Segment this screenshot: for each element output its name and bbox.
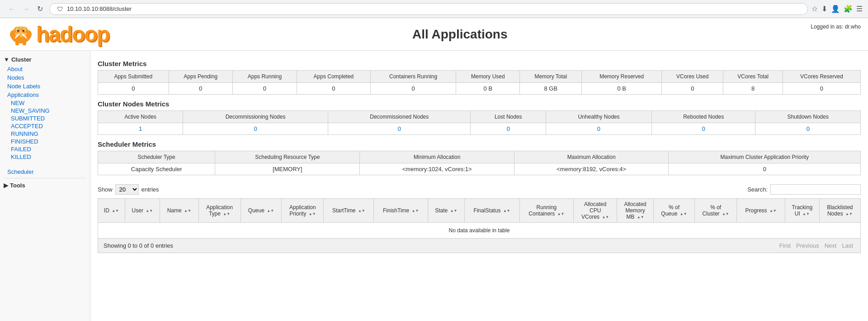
col-name: Name ▲▼ <box>160 199 198 223</box>
sort-app-priority[interactable]: ▲▼ <box>309 212 316 216</box>
col-blacklisted-nodes: BlacklistedNodes ▲▼ <box>819 199 860 223</box>
val-memory-reserved: 0 B <box>582 83 662 95</box>
sidebar-item-finished[interactable]: FINISHED <box>0 138 90 145</box>
sidebar-divider <box>4 178 86 178</box>
col-scheduling-resource-type: Scheduling Resource Type <box>215 151 360 163</box>
col-final-status: FinalStatus ▲▼ <box>464 199 519 223</box>
search-area: Search: <box>747 184 861 195</box>
first-button[interactable]: First <box>778 242 793 249</box>
sidebar-item-accepted[interactable]: ACCEPTED <box>0 122 90 130</box>
browser-chrome: ← → ↻ 🛡 10.10.10.10:8088/cluster ☆ ⬇ 👤 🧩… <box>0 0 868 18</box>
scheduler-metrics-header: Scheduler Metrics <box>98 140 861 148</box>
sort-user[interactable]: ▲▼ <box>146 209 153 213</box>
sidebar-item-nodes[interactable]: Nodes <box>0 73 90 82</box>
sort-pct-cluster[interactable]: ▲▼ <box>722 212 729 216</box>
menu-icon[interactable]: ☰ <box>856 5 863 13</box>
val-active-nodes[interactable]: 1 <box>98 123 183 135</box>
sidebar-item-failed[interactable]: FAILED <box>0 145 90 153</box>
sort-id[interactable]: ▲▼ <box>112 209 119 213</box>
sort-progress[interactable]: ▲▼ <box>769 209 777 213</box>
sort-allocated-cpu[interactable]: ▲▼ <box>602 216 609 219</box>
sidebar-item-about[interactable]: About <box>0 65 90 73</box>
val-unhealthy-nodes[interactable]: 0 <box>546 123 652 135</box>
forward-button[interactable]: → <box>20 4 33 14</box>
sort-running-containers[interactable]: ▲▼ <box>557 212 565 216</box>
cluster-nodes-metrics-table: Active Nodes Decommissioning Nodes Decom… <box>98 110 861 135</box>
sort-pct-queue[interactable]: ▲▼ <box>680 212 687 216</box>
next-button[interactable]: Next <box>823 242 839 249</box>
col-running-containers: RunningContainers ▲▼ <box>519 199 573 223</box>
col-shutdown-nodes: Shutdown Nodes <box>755 111 861 123</box>
hadoop-brand-text: hadoop <box>36 22 109 47</box>
reload-button[interactable]: ↻ <box>34 4 46 14</box>
scheduler-metrics-table: Scheduler Type Scheduling Resource Type … <box>98 151 861 175</box>
show-label: Show <box>98 186 113 193</box>
last-button[interactable]: Last <box>840 242 855 249</box>
col-rebooted-nodes: Rebooted Nodes <box>651 111 755 123</box>
sort-final-status[interactable]: ▲▼ <box>503 209 510 213</box>
sidebar-item-new[interactable]: NEW <box>0 99 90 107</box>
showing-text: Showing 0 to 0 of 0 entries <box>104 242 173 249</box>
table-footer: Showing 0 to 0 of 0 entries First Previo… <box>98 239 861 253</box>
elephant-icon <box>7 22 34 47</box>
val-scheduler-type: Capacity Scheduler <box>98 163 215 175</box>
val-decommissioned-nodes[interactable]: 0 <box>328 123 471 135</box>
sidebar-item-running[interactable]: RUNNING <box>0 130 90 138</box>
val-minimum-allocation: <memory:1024, vCores:1> <box>360 163 514 175</box>
logo-area: hadoop <box>7 22 109 47</box>
address-bar[interactable]: 🛡 10.10.10.10:8088/cluster <box>49 3 808 15</box>
col-decommissioned-nodes: Decommissioned Nodes <box>328 111 471 123</box>
col-minimum-allocation: Minimum Allocation <box>360 151 514 163</box>
col-active-nodes: Active Nodes <box>98 111 183 123</box>
val-vcores-reserved: 0 <box>783 83 860 95</box>
sort-name[interactable]: ▲▼ <box>184 209 191 213</box>
col-apps-running: Apps Running <box>232 71 297 83</box>
extensions-icon[interactable]: 🧩 <box>844 5 853 13</box>
sort-tracking-ui[interactable]: ▲▼ <box>802 212 810 216</box>
security-icon: 🛡 <box>57 5 63 13</box>
entries-select[interactable]: 10 20 25 50 100 <box>115 184 139 195</box>
sidebar-tools-header[interactable]: ▶ Tools <box>0 180 90 191</box>
sidebar-item-killed[interactable]: KILLED <box>0 153 90 161</box>
sort-state[interactable]: ▲▼ <box>450 209 458 213</box>
sort-finish-time[interactable]: ▲▼ <box>412 209 419 213</box>
col-application-type: ApplicationType ▲▼ <box>198 199 241 223</box>
svg-point-6 <box>17 30 19 32</box>
sort-app-type[interactable]: ▲▼ <box>223 212 230 216</box>
sort-blacklisted-nodes[interactable]: ▲▼ <box>845 212 853 216</box>
val-shutdown-nodes[interactable]: 0 <box>755 123 861 135</box>
sidebar-item-applications[interactable]: Applications <box>0 91 90 99</box>
back-button[interactable]: ← <box>5 4 18 14</box>
val-memory-used: 0 B <box>456 83 520 95</box>
search-input[interactable] <box>770 184 861 195</box>
sidebar-item-submitted[interactable]: SUBMITTED <box>0 115 90 122</box>
sidebar-item-scheduler[interactable]: Scheduler <box>0 168 90 176</box>
entries-label: entries <box>142 186 159 193</box>
col-finish-time: FinishTime ▲▼ <box>374 199 428 223</box>
val-rebooted-nodes[interactable]: 0 <box>651 123 755 135</box>
sort-start-time[interactable]: ▲▼ <box>358 209 365 213</box>
val-decommissioning-nodes[interactable]: 0 <box>183 123 328 135</box>
previous-button[interactable]: Previous <box>794 242 821 249</box>
svg-rect-8 <box>15 41 19 45</box>
table-controls: Show 10 20 25 50 100 entries Search: <box>98 181 861 198</box>
sidebar-cluster-header[interactable]: ▼ Cluster <box>0 54 90 65</box>
val-maximum-allocation: <memory:8192, vCores:4> <box>514 163 669 175</box>
col-maximum-allocation: Maximum Allocation <box>514 151 669 163</box>
search-label: Search: <box>747 186 768 193</box>
triangle-right-icon: ▶ <box>4 182 8 189</box>
profile-icon[interactable]: 👤 <box>831 5 840 13</box>
sort-allocated-memory[interactable]: ▲▼ <box>637 216 644 219</box>
svg-point-11 <box>26 30 32 38</box>
sidebar-item-node-labels[interactable]: Node Labels <box>0 82 90 91</box>
bookmark-icon[interactable]: ☆ <box>811 5 818 13</box>
sidebar-item-new-saving[interactable]: NEW_SAVING <box>0 107 90 115</box>
page-title: All Applications <box>109 27 811 42</box>
pocket-icon[interactable]: ⬇ <box>821 5 827 13</box>
sort-queue[interactable]: ▲▼ <box>267 209 274 213</box>
svg-rect-9 <box>23 41 26 45</box>
col-apps-pending: Apps Pending <box>169 71 232 83</box>
val-lost-nodes[interactable]: 0 <box>471 123 546 135</box>
col-pct-queue: % ofQueue ▲▼ <box>654 199 695 223</box>
col-unhealthy-nodes: Unhealthy Nodes <box>546 111 652 123</box>
